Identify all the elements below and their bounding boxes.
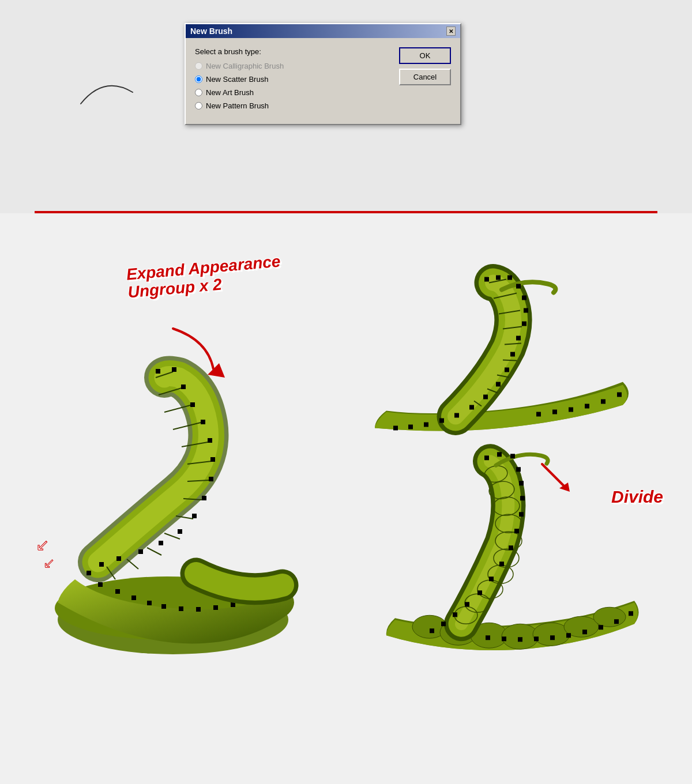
svg-rect-42 <box>98 582 103 587</box>
left-illustration: ↙ ↙ Expand AppearanceUngroup x 2 <box>0 213 329 784</box>
svg-rect-49 <box>516 284 521 289</box>
svg-line-11 <box>164 533 180 539</box>
brush-stroke-sketch <box>46 58 161 129</box>
calligraphic-label: New Calligraphic Brush <box>206 62 284 70</box>
svg-rect-116 <box>566 633 571 638</box>
svg-rect-109 <box>453 612 457 617</box>
svg-rect-96 <box>484 455 489 460</box>
svg-rect-25 <box>178 529 182 534</box>
svg-point-85 <box>593 607 626 627</box>
svg-rect-19 <box>201 420 205 424</box>
svg-rect-97 <box>497 452 502 457</box>
svg-rect-16 <box>172 367 176 372</box>
svg-rect-24 <box>192 514 197 518</box>
scatter-option[interactable]: New Scatter Brush <box>195 75 392 84</box>
calligraphic-option[interactable]: New Calligraphic Brush <box>195 62 392 70</box>
snake-bottom-right-svg <box>329 392 692 706</box>
right-illustration: Divide <box>329 213 692 784</box>
svg-rect-110 <box>441 621 446 626</box>
svg-rect-22 <box>209 477 213 481</box>
divide-arrow-svg <box>531 458 588 493</box>
svg-rect-120 <box>502 636 506 641</box>
svg-rect-27 <box>138 549 143 554</box>
calligraphic-radio[interactable] <box>195 62 202 70</box>
svg-rect-28 <box>116 556 121 561</box>
svg-rect-23 <box>202 496 206 500</box>
dialog-buttons: OK Cancel <box>399 47 451 115</box>
svg-rect-106 <box>489 576 494 581</box>
ok-button[interactable]: OK <box>399 47 451 64</box>
svg-rect-112 <box>629 611 633 616</box>
snake-left-svg: ↙ ↙ <box>0 213 329 784</box>
svg-rect-37 <box>179 606 183 611</box>
svg-rect-113 <box>614 619 619 624</box>
dialog-options: Select a brush type: New Calligraphic Br… <box>195 47 392 115</box>
svg-rect-56 <box>496 382 501 387</box>
svg-rect-35 <box>213 605 218 610</box>
svg-line-75 <box>503 360 517 361</box>
dialog-title: New Brush <box>190 27 232 36</box>
svg-rect-47 <box>496 276 501 280</box>
cancel-button[interactable]: Cancel <box>399 69 451 85</box>
scatter-label: New Scatter Brush <box>206 75 268 84</box>
svg-line-13 <box>127 559 138 569</box>
svg-rect-108 <box>465 602 469 606</box>
scatter-radio[interactable] <box>195 76 202 83</box>
svg-rect-48 <box>507 276 512 280</box>
svg-rect-46 <box>484 277 489 282</box>
svg-rect-15 <box>156 369 160 374</box>
svg-rect-41 <box>115 589 120 594</box>
dialog-close-button[interactable]: ✕ <box>446 27 456 36</box>
svg-rect-103 <box>514 529 519 533</box>
dialog-title-bar: New Brush ✕ <box>186 24 460 38</box>
svg-rect-107 <box>477 590 482 595</box>
svg-line-12 <box>147 548 161 555</box>
art-label: New Art Brush <box>206 88 254 97</box>
svg-rect-100 <box>519 481 524 485</box>
svg-rect-51 <box>524 308 528 313</box>
svg-rect-29 <box>99 562 104 567</box>
dialog-body: Select a brush type: New Calligraphic Br… <box>186 38 460 124</box>
svg-rect-105 <box>499 561 504 566</box>
divide-annotation: Divide <box>611 487 663 507</box>
svg-rect-26 <box>159 541 163 545</box>
pattern-option[interactable]: New Pattern Brush <box>195 101 392 110</box>
svg-rect-117 <box>550 635 555 640</box>
svg-rect-118 <box>534 636 539 641</box>
svg-rect-18 <box>190 402 195 407</box>
svg-rect-40 <box>131 595 136 600</box>
svg-rect-99 <box>516 467 521 472</box>
svg-rect-55 <box>505 368 509 372</box>
svg-rect-54 <box>510 352 515 357</box>
svg-rect-21 <box>210 457 215 462</box>
svg-rect-30 <box>86 571 91 575</box>
art-radio[interactable] <box>195 89 202 96</box>
svg-rect-50 <box>522 296 526 300</box>
pattern-radio[interactable] <box>195 102 202 110</box>
pattern-label: New Pattern Brush <box>206 101 269 110</box>
svg-rect-115 <box>582 630 587 634</box>
new-brush-dialog: New Brush ✕ Select a brush type: New Cal… <box>185 23 461 125</box>
svg-text:↙: ↙ <box>43 555 55 571</box>
brush-type-label: Select a brush type: <box>195 47 392 56</box>
svg-rect-114 <box>599 625 603 630</box>
svg-rect-52 <box>522 322 526 326</box>
svg-rect-98 <box>510 454 515 458</box>
svg-rect-101 <box>520 496 525 500</box>
svg-rect-36 <box>196 607 201 612</box>
svg-rect-39 <box>147 601 152 605</box>
svg-rect-38 <box>161 604 166 609</box>
svg-text:↙: ↙ <box>36 536 49 554</box>
top-section: New Brush ✕ Select a brush type: New Cal… <box>0 0 692 213</box>
svg-rect-121 <box>486 635 490 640</box>
svg-rect-119 <box>518 637 522 642</box>
main-section: ↙ ↙ Expand AppearanceUngroup x 2 <box>0 213 692 784</box>
art-option[interactable]: New Art Brush <box>195 88 392 97</box>
svg-rect-17 <box>181 385 186 389</box>
svg-rect-102 <box>519 512 524 517</box>
svg-rect-111 <box>430 628 434 633</box>
svg-rect-20 <box>208 438 212 443</box>
svg-rect-104 <box>509 545 513 550</box>
svg-rect-53 <box>516 336 521 341</box>
